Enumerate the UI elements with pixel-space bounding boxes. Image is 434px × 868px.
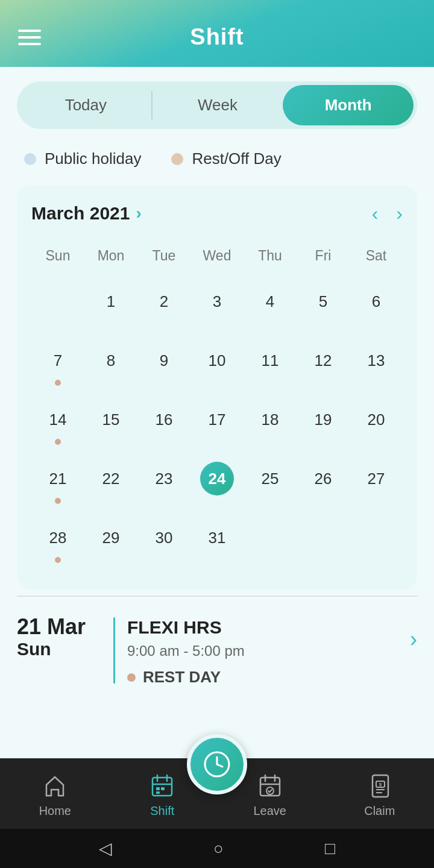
calendar-day[interactable]: 15 (84, 394, 137, 453)
calendar-day[interactable]: 28 (31, 512, 84, 571)
calendar-day[interactable]: 7 (31, 335, 84, 394)
day-number: 7 (41, 344, 75, 377)
day-number: 13 (359, 344, 393, 377)
calendar-days: 1234567891011121314151617181920212223242… (31, 276, 403, 571)
day-number: 30 (147, 521, 181, 555)
calendar-day[interactable]: 17 (190, 394, 244, 453)
calendar-day[interactable]: 29 (84, 512, 137, 571)
prev-month-button[interactable]: ‹ (372, 204, 379, 223)
calendar-day[interactable]: 27 (350, 453, 403, 512)
calendar-day[interactable]: 25 (244, 453, 297, 512)
day-number: 9 (147, 344, 181, 377)
day-number: 14 (41, 403, 75, 436)
tab-today[interactable]: Today (20, 85, 151, 125)
calendar-day[interactable]: 2 (137, 276, 190, 335)
calendar-day[interactable]: 13 (350, 335, 403, 394)
calendar-card: March 2021 › ‹ › Sun Mon Tue Wed Thu Fri… (17, 185, 417, 590)
calendar-day[interactable]: 22 (84, 453, 137, 512)
tab-bar: Today Week Month (17, 81, 417, 129)
calendar-day[interactable]: 3 (190, 276, 244, 335)
day-number: 12 (306, 344, 340, 377)
schedule-detail-button[interactable]: › (410, 627, 417, 652)
day-dot (55, 439, 61, 445)
claim-icon: $ (366, 773, 393, 799)
next-month-button[interactable]: › (396, 204, 403, 223)
day-number: 10 (200, 344, 234, 377)
rest-label: Rest/Off Day (192, 149, 281, 168)
day-number: 1 (94, 285, 128, 318)
day-number: 26 (306, 462, 340, 495)
calendar-day (350, 512, 403, 571)
calendar-day[interactable]: 26 (297, 453, 350, 512)
rest-dot (171, 153, 183, 165)
day-number (41, 285, 75, 318)
day-number: 25 (253, 462, 287, 495)
rest-indicator-dot (127, 673, 136, 682)
android-home-button[interactable]: ○ (213, 839, 224, 858)
calendar-day[interactable]: 4 (244, 276, 297, 335)
day-number: 15 (94, 403, 128, 436)
day-number: 18 (253, 403, 287, 436)
month-title: March 2021 › (31, 203, 142, 224)
calendar-day[interactable]: 10 (190, 335, 244, 394)
rest-day-label: REST DAY (143, 668, 221, 687)
nav-home[interactable]: Home (39, 773, 71, 818)
nav-leave-label: Leave (253, 804, 286, 818)
shift-icon (149, 773, 175, 799)
leave-icon (257, 773, 283, 799)
calendar-day[interactable]: 1 (84, 276, 137, 335)
calendar-day[interactable]: 19 (297, 394, 350, 453)
calendar-day[interactable]: 31 (190, 512, 244, 571)
day-number: 23 (147, 462, 181, 495)
android-back-button[interactable]: ◁ (99, 838, 112, 858)
calendar-day[interactable]: 21 (31, 453, 84, 512)
calendar-header: March 2021 › ‹ › (31, 203, 403, 224)
calendar-day[interactable]: 5 (297, 276, 350, 335)
calendar-day[interactable]: 23 (137, 453, 190, 512)
nav-clock-center-button[interactable] (187, 734, 247, 794)
day-number: 29 (94, 521, 128, 555)
day-number: 5 (306, 285, 340, 318)
day-number: 24 (200, 462, 234, 495)
dow-fri: Fri (297, 242, 350, 276)
calendar-day[interactable]: 14 (31, 394, 84, 453)
calendar-day[interactable]: 11 (244, 335, 297, 394)
calendar-day[interactable]: 18 (244, 394, 297, 453)
day-number: 4 (253, 285, 287, 318)
android-nav-bar: ◁ ○ □ (0, 829, 434, 868)
android-recent-button[interactable]: □ (325, 839, 335, 858)
nav-claim-label: Claim (364, 804, 395, 818)
home-icon (42, 773, 68, 799)
hamburger-menu[interactable] (18, 30, 41, 45)
calendar-day[interactable]: 24 (190, 453, 244, 512)
calendar-day[interactable]: 30 (137, 512, 190, 571)
calendar-day[interactable]: 12 (297, 335, 350, 394)
month-expand-icon[interactable]: › (136, 204, 141, 223)
tab-month[interactable]: Month (283, 85, 414, 125)
calendar-day[interactable]: 8 (84, 335, 137, 394)
nav-claim[interactable]: $ Claim (364, 773, 395, 818)
nav-leave[interactable]: Leave (253, 773, 286, 818)
nav-shift-label: Shift (150, 804, 174, 818)
bottom-nav-bar: Home Shift (0, 758, 434, 829)
header-title: Shift (190, 24, 244, 50)
calendar-day (31, 276, 84, 335)
day-number: 11 (253, 344, 287, 377)
svg-text:$: $ (379, 782, 382, 787)
separator (17, 596, 417, 597)
day-number: 16 (147, 403, 181, 436)
schedule-divider (113, 617, 115, 684)
calendar-day[interactable]: 9 (137, 335, 190, 394)
svg-rect-6 (156, 791, 160, 794)
holiday-label: Public holiday (45, 149, 141, 168)
calendar-day (244, 512, 297, 571)
tab-week[interactable]: Week (153, 85, 283, 125)
calendar-day[interactable]: 20 (350, 394, 403, 453)
legend: Public holiday Rest/Off Day (0, 143, 434, 185)
calendar-day[interactable]: 16 (137, 394, 190, 453)
day-number: 21 (41, 462, 75, 495)
schedule-time: 9:00 am - 5:00 pm (127, 643, 398, 659)
calendar-day[interactable]: 6 (350, 276, 403, 335)
nav-shift[interactable]: Shift (149, 773, 175, 818)
svg-rect-0 (153, 778, 172, 796)
